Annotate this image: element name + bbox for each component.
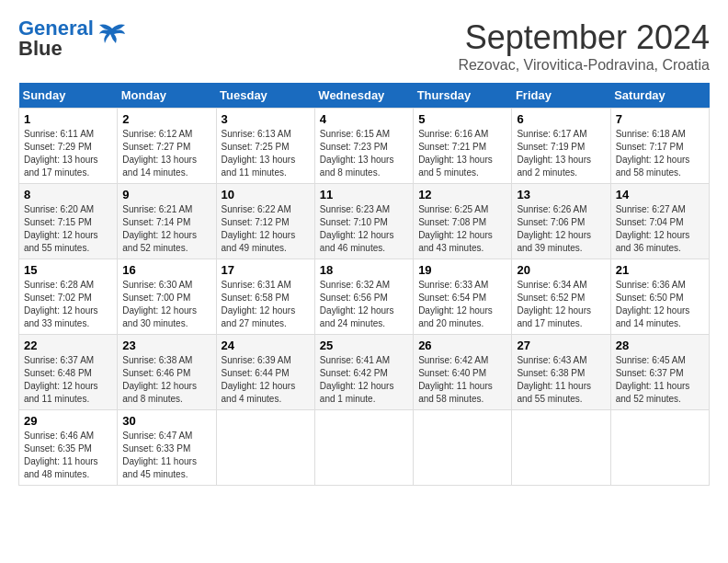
location-title: Rezovac, Virovitica-Podravina, Croatia [458,57,710,74]
day-info: Sunrise: 6:11 AM Sunset: 7:29 PM Dayligh… [24,128,112,179]
day-number: 3 [222,112,310,126]
calendar-cell: 2Sunrise: 6:12 AM Sunset: 7:27 PM Daylig… [118,109,216,184]
calendar-cell: 23Sunrise: 6:38 AM Sunset: 6:46 PM Dayli… [118,335,216,410]
calendar-cell: 18Sunrise: 6:32 AM Sunset: 6:56 PM Dayli… [314,259,413,335]
day-info: Sunrise: 6:47 AM Sunset: 6:33 PM Dayligh… [122,430,210,481]
logo: General Blue [18,18,127,59]
day-number: 24 [222,339,310,352]
calendar-cell [512,410,610,486]
calendar-cell: 13Sunrise: 6:26 AM Sunset: 7:06 PM Dayli… [512,184,610,259]
calendar-cell: 27Sunrise: 6:43 AM Sunset: 6:38 PM Dayli… [512,335,610,410]
day-info: Sunrise: 6:12 AM Sunset: 7:27 PM Dayligh… [122,128,210,179]
calendar-table: SundayMondayTuesdayWednesdayThursdayFrid… [18,83,710,486]
day-info: Sunrise: 6:20 AM Sunset: 7:15 PM Dayligh… [24,203,112,255]
calendar-week-1: 1Sunrise: 6:11 AM Sunset: 7:29 PM Daylig… [19,109,710,184]
day-info: Sunrise: 6:23 AM Sunset: 7:10 PM Dayligh… [320,203,408,255]
calendar-cell [314,410,413,486]
weekday-tuesday: Tuesday [216,83,314,109]
day-info: Sunrise: 6:16 AM Sunset: 7:21 PM Dayligh… [418,128,506,179]
day-info: Sunrise: 6:41 AM Sunset: 6:42 PM Dayligh… [320,354,408,406]
calendar-cell [216,410,314,486]
day-info: Sunrise: 6:42 AM Sunset: 6:40 PM Dayligh… [418,354,506,406]
day-number: 12 [418,188,506,201]
day-number: 22 [24,339,112,352]
day-number: 10 [222,188,310,201]
weekday-friday: Friday [512,83,610,109]
day-info: Sunrise: 6:36 AM Sunset: 6:50 PM Dayligh… [616,279,704,330]
calendar-cell: 14Sunrise: 6:27 AM Sunset: 7:04 PM Dayli… [610,184,709,259]
day-number: 9 [122,188,210,201]
calendar-cell: 19Sunrise: 6:33 AM Sunset: 6:54 PM Dayli… [414,259,512,335]
month-title: September 2024 [458,18,710,57]
day-number: 23 [122,339,210,352]
calendar-cell [610,410,709,486]
day-info: Sunrise: 6:32 AM Sunset: 6:56 PM Dayligh… [320,279,408,330]
calendar-week-5: 29Sunrise: 6:46 AM Sunset: 6:35 PM Dayli… [19,410,710,486]
day-number: 7 [616,112,704,126]
calendar-cell: 22Sunrise: 6:37 AM Sunset: 6:48 PM Dayli… [19,335,118,410]
day-number: 21 [616,263,704,277]
calendar-cell [414,410,512,486]
calendar-cell: 25Sunrise: 6:41 AM Sunset: 6:42 PM Dayli… [314,335,413,410]
day-number: 30 [122,414,210,428]
day-number: 14 [616,188,704,201]
day-info: Sunrise: 6:34 AM Sunset: 6:52 PM Dayligh… [517,279,605,330]
day-info: Sunrise: 6:31 AM Sunset: 6:58 PM Dayligh… [222,279,310,330]
day-number: 4 [320,112,408,126]
day-number: 11 [320,188,408,201]
calendar-cell: 17Sunrise: 6:31 AM Sunset: 6:58 PM Dayli… [216,259,314,335]
day-info: Sunrise: 6:37 AM Sunset: 6:48 PM Dayligh… [24,354,112,406]
calendar-cell: 1Sunrise: 6:11 AM Sunset: 7:29 PM Daylig… [19,109,118,184]
day-number: 2 [122,112,210,126]
logo-text: General Blue [18,18,94,59]
day-number: 5 [418,112,506,126]
day-info: Sunrise: 6:33 AM Sunset: 6:54 PM Dayligh… [418,279,506,330]
weekday-wednesday: Wednesday [314,83,413,109]
day-number: 20 [517,263,605,277]
calendar-cell: 15Sunrise: 6:28 AM Sunset: 7:02 PM Dayli… [19,259,118,335]
day-number: 6 [517,112,605,126]
calendar-cell: 9Sunrise: 6:21 AM Sunset: 7:14 PM Daylig… [118,184,216,259]
day-number: 18 [320,263,408,277]
day-number: 8 [24,188,112,201]
day-number: 1 [24,112,112,126]
day-number: 27 [517,339,605,352]
day-info: Sunrise: 6:18 AM Sunset: 7:17 PM Dayligh… [616,128,704,179]
calendar-cell: 20Sunrise: 6:34 AM Sunset: 6:52 PM Dayli… [512,259,610,335]
day-info: Sunrise: 6:43 AM Sunset: 6:38 PM Dayligh… [517,354,605,406]
calendar-cell: 12Sunrise: 6:25 AM Sunset: 7:08 PM Dayli… [414,184,512,259]
calendar-cell: 6Sunrise: 6:17 AM Sunset: 7:19 PM Daylig… [512,109,610,184]
day-info: Sunrise: 6:39 AM Sunset: 6:44 PM Dayligh… [222,354,310,406]
calendar-cell: 30Sunrise: 6:47 AM Sunset: 6:33 PM Dayli… [118,410,216,486]
calendar-cell: 4Sunrise: 6:15 AM Sunset: 7:23 PM Daylig… [314,109,413,184]
calendar-week-4: 22Sunrise: 6:37 AM Sunset: 6:48 PM Dayli… [19,335,710,410]
calendar-cell: 21Sunrise: 6:36 AM Sunset: 6:50 PM Dayli… [610,259,709,335]
calendar-cell: 8Sunrise: 6:20 AM Sunset: 7:15 PM Daylig… [19,184,118,259]
day-info: Sunrise: 6:38 AM Sunset: 6:46 PM Dayligh… [122,354,210,406]
weekday-monday: Monday [118,83,216,109]
calendar-cell: 5Sunrise: 6:16 AM Sunset: 7:21 PM Daylig… [414,109,512,184]
day-number: 16 [122,263,210,277]
day-info: Sunrise: 6:46 AM Sunset: 6:35 PM Dayligh… [24,430,112,481]
day-info: Sunrise: 6:21 AM Sunset: 7:14 PM Dayligh… [122,203,210,255]
weekday-thursday: Thursday [414,83,512,109]
day-info: Sunrise: 6:28 AM Sunset: 7:02 PM Dayligh… [24,279,112,330]
calendar-cell: 11Sunrise: 6:23 AM Sunset: 7:10 PM Dayli… [314,184,413,259]
day-number: 25 [320,339,408,352]
title-section: September 2024 Rezovac, Virovitica-Podra… [458,18,710,74]
day-number: 15 [24,263,112,277]
day-info: Sunrise: 6:30 AM Sunset: 7:00 PM Dayligh… [122,279,210,330]
day-info: Sunrise: 6:15 AM Sunset: 7:23 PM Dayligh… [320,128,408,179]
calendar-cell: 24Sunrise: 6:39 AM Sunset: 6:44 PM Dayli… [216,335,314,410]
day-info: Sunrise: 6:13 AM Sunset: 7:25 PM Dayligh… [222,128,310,179]
day-info: Sunrise: 6:27 AM Sunset: 7:04 PM Dayligh… [616,203,704,255]
day-number: 19 [418,263,506,277]
logo-bird-icon [97,21,127,47]
day-number: 29 [24,414,112,428]
day-info: Sunrise: 6:22 AM Sunset: 7:12 PM Dayligh… [222,203,310,255]
weekday-saturday: Saturday [610,83,709,109]
calendar-cell: 7Sunrise: 6:18 AM Sunset: 7:17 PM Daylig… [610,109,709,184]
weekday-sunday: Sunday [19,83,118,109]
calendar-cell: 16Sunrise: 6:30 AM Sunset: 7:00 PM Dayli… [118,259,216,335]
day-number: 28 [616,339,704,352]
